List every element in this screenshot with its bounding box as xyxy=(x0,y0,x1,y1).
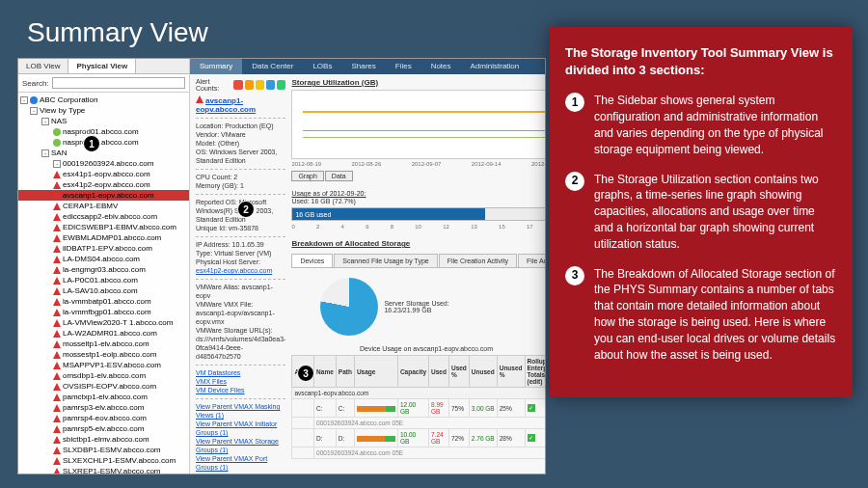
tab-datacenter[interactable]: Data Center xyxy=(242,59,303,74)
panel-heading: The Storage Inventory Tool Summary View … xyxy=(565,44,837,79)
col-header[interactable]: Used xyxy=(429,356,449,388)
alert-triangle-icon xyxy=(53,245,61,253)
tree-item[interactable]: nasprod02.abcco.com xyxy=(63,137,139,148)
tree-item[interactable]: LA-SAV10.abcco.com xyxy=(18,285,189,296)
check-icon[interactable]: ✓ xyxy=(528,434,535,442)
table-row[interactable]: D:D:10.00 GB7.24 GB72%2.76 GB28%✓ xyxy=(292,429,545,447)
tree-item[interactable]: CERAP1-EBMV xyxy=(18,201,189,211)
tree-item[interactable]: MSAPPVP1-ESV.abcco.com xyxy=(18,360,189,370)
btab-fileac[interactable]: File Ac xyxy=(518,254,545,267)
alert-triangle-icon xyxy=(53,277,61,285)
tree-item[interactable]: nasprod01.abcco.com xyxy=(63,126,139,137)
tree-serial[interactable]: 000192603924.abcco.com xyxy=(63,158,153,169)
utilization-chart[interactable] xyxy=(291,90,545,159)
info-link[interactable]: VM Datastores xyxy=(196,368,285,377)
tree-item[interactable]: la-engmgr03.abcco.com xyxy=(18,264,189,275)
collapse-icon[interactable]: - xyxy=(41,118,49,125)
alert-triangle-icon xyxy=(53,468,61,474)
tree-item[interactable]: pamrsp3-elv.abcco.com xyxy=(18,402,189,413)
col-header[interactable]: Capacity xyxy=(397,356,428,388)
tree-item[interactable]: SLXREP1-ESMV.abcco.com xyxy=(18,466,189,474)
info-link[interactable]: View Parent VMAX Ports (4) xyxy=(196,472,285,474)
tree-item[interactable]: pamrsp5-elv.abcco.com xyxy=(18,423,189,434)
btab-fileactivity[interactable]: File Creation Activity xyxy=(439,254,517,267)
alert-triangle-icon xyxy=(53,256,61,263)
alert-warning-icon[interactable] xyxy=(256,80,264,90)
alert-ok-icon[interactable] xyxy=(277,80,285,90)
tree-root[interactable]: ABC Corporation xyxy=(40,95,97,105)
col-header[interactable]: Used % xyxy=(448,356,469,388)
btab-filetype[interactable]: Scanned File Usage by Type xyxy=(334,254,437,267)
tree-item[interactable]: LA-W2ADMR01.abcco.com xyxy=(18,328,189,339)
tree[interactable]: -ABC Corporation -View by Type -NAS nasp… xyxy=(18,93,189,474)
tree-item[interactable]: LA-P0C01.abcco.com xyxy=(18,275,189,285)
collapse-icon[interactable]: - xyxy=(41,149,49,157)
device-table: AssetNamePathUsageCapacityUsedUsed %Unus… xyxy=(291,355,545,459)
tree-item[interactable]: ilDBATP1-EPV.abcco.com xyxy=(18,243,189,254)
info-link[interactable]: View Parent VMAX Storage Groups (1) xyxy=(196,437,285,454)
tree-item[interactable]: la-vmmbatp01.abcco.com xyxy=(18,296,189,307)
info: Vendor: VMware xyxy=(196,130,285,139)
col-header[interactable]: Usage xyxy=(354,356,397,388)
pie-chart xyxy=(320,278,378,336)
info-link[interactable]: VMX Files xyxy=(196,377,285,386)
info: ds:///vmfs/volumes/4d3a0ea3- xyxy=(196,335,285,343)
tree-item[interactable]: SLXDBP1-ESMV.abcco.com xyxy=(18,445,189,455)
storage-util-title: Storage Utilization (GB) xyxy=(291,78,545,87)
tree-nas[interactable]: NAS xyxy=(51,116,67,126)
alert-major-icon[interactable] xyxy=(245,80,254,90)
tab-admin[interactable]: Administration xyxy=(461,59,529,74)
collapse-icon[interactable]: - xyxy=(53,160,61,168)
search-input[interactable] xyxy=(52,77,185,89)
tree-item[interactable]: EWBMLADMP01.abcco.com xyxy=(18,232,189,243)
col-header[interactable]: Unused % xyxy=(497,356,525,388)
tree-item[interactable]: LA-VMView2020-T 1.abcco.com xyxy=(18,317,189,328)
tree-item[interactable]: pamrsp4-eov.abcco.com xyxy=(18,413,189,423)
check-icon[interactable]: ✓ xyxy=(528,404,535,412)
tree-item[interactable]: LA-DMS04.abcco.com xyxy=(18,254,189,264)
tree-item[interactable]: pamctxp1-elv.abcco.com xyxy=(18,392,189,402)
tree-item[interactable]: omsdbp1-elv.abcco.com xyxy=(18,370,189,381)
tree-item[interactable]: SLXEXCHLP1-ESMV.abcco.com xyxy=(18,455,189,466)
tab-shares[interactable]: Shares xyxy=(341,59,385,74)
alert-info-icon[interactable] xyxy=(266,80,275,90)
col-header[interactable]: Rollup to Enterprise Totals? (edit) xyxy=(525,356,545,388)
info-link[interactable]: VM Device Files xyxy=(196,386,285,394)
alert-critical-icon[interactable] xyxy=(233,80,242,90)
tree-item[interactable]: EDICSWEBP1-EBMV.abcco.com xyxy=(18,222,189,232)
data-button[interactable]: Data xyxy=(325,171,353,181)
tab-physical-view[interactable]: Physical View xyxy=(68,59,136,73)
tree-item[interactable]: sbictbp1-elmv.abcco.com xyxy=(18,434,189,445)
btab-devices[interactable]: Devices xyxy=(291,254,333,267)
collapse-icon[interactable]: - xyxy=(30,107,38,115)
tree-item[interactable]: mosseltp1-elv.abcco.com xyxy=(18,339,189,349)
tab-summary[interactable]: Summary xyxy=(190,59,242,74)
alert-triangle-icon xyxy=(53,393,61,401)
tree-item[interactable]: la-vmmfbgp01.abcco.com xyxy=(18,307,189,317)
tab-files[interactable]: Files xyxy=(386,59,421,74)
tab-lobs[interactable]: LOBs xyxy=(303,59,341,74)
tree-item[interactable]: ediccsapp2-ebiv.abcco.com xyxy=(18,211,189,222)
tree-item[interactable]: OVSISPI-EOPV.abcco.com xyxy=(18,381,189,392)
tab-lob-view[interactable]: LOB View xyxy=(18,59,68,73)
info-link[interactable]: View Parent VMAX Masking Views (1) xyxy=(196,402,285,420)
col-header[interactable]: Path xyxy=(336,356,354,388)
annotation-badge-2: 2 xyxy=(237,201,255,218)
collapse-icon[interactable]: - xyxy=(20,96,28,104)
col-header[interactable]: Unused xyxy=(469,356,497,388)
host-link[interactable]: esx41p2-eopv.abcco.com xyxy=(196,266,285,275)
info-link[interactable]: View Parent VMAX Port Groups (1) xyxy=(196,454,285,472)
tree-item[interactable]: mossestp1-eolp.abcco.com xyxy=(18,349,189,360)
alert-triangle-icon xyxy=(53,362,61,369)
graph-button[interactable]: Graph xyxy=(291,171,323,181)
tree-viewby[interactable]: View by Type xyxy=(40,105,85,116)
tree-item[interactable]: avscanp1-eopv.abcco.com xyxy=(18,190,189,201)
tree-item[interactable]: esx41p2-eopv.abcco.com xyxy=(18,179,189,190)
tree-item[interactable]: esx41p1-eopv.abcco.com xyxy=(18,169,189,179)
col-header[interactable]: Name xyxy=(314,356,337,388)
tree-san[interactable]: SAN xyxy=(51,148,67,158)
info-link[interactable]: View Parent VMAX Initiator Groups (1) xyxy=(196,420,285,437)
host-link[interactable]: avscanp1-eopv.abcco.com xyxy=(196,96,256,114)
tab-notes[interactable]: Notes xyxy=(421,59,461,74)
table-row[interactable]: C:C:12.00 GB8.99 GB75%3.00 GB25%✓ xyxy=(292,399,545,418)
